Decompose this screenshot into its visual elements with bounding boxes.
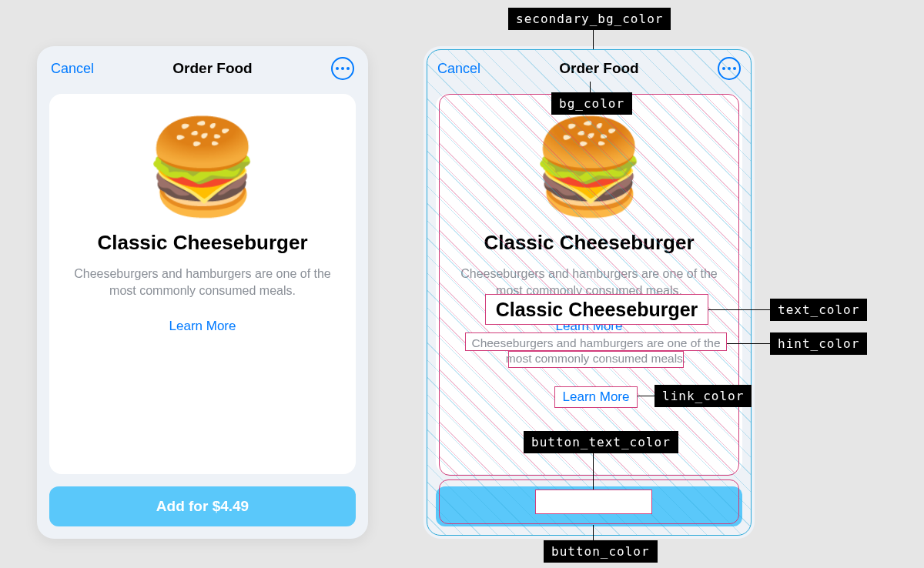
leader-btn-text xyxy=(593,453,594,489)
burger-icon: 🍔 xyxy=(145,120,260,212)
ellipsis-icon xyxy=(722,67,736,70)
label-link-color: link_color xyxy=(654,385,752,407)
more-options-button[interactable] xyxy=(718,57,741,80)
titlebar: Cancel Order Food xyxy=(37,46,368,91)
bottom-bar: Add for $4.49 xyxy=(37,474,368,539)
leader-hint xyxy=(727,343,770,344)
learn-more-link[interactable]: Learn More xyxy=(169,319,236,334)
label-text-color: text_color xyxy=(770,299,867,321)
burger-icon: 🍔 xyxy=(531,120,647,212)
cancel-button[interactable]: Cancel xyxy=(437,61,480,77)
label-hint-color: hint_color xyxy=(770,332,867,355)
leader-btn xyxy=(593,525,594,540)
product-name: Classic Cheeseburger xyxy=(97,231,307,255)
product-description: Cheeseburgers and hamburgers are one of … xyxy=(66,266,339,299)
learn-more-link[interactable]: Learn More xyxy=(556,319,623,334)
more-options-button[interactable] xyxy=(331,57,354,80)
leader-secondary-bg xyxy=(593,29,594,49)
titlebar: Cancel Order Food xyxy=(424,46,755,91)
mock-clean: Cancel Order Food 🍔 Classic Cheeseburger… xyxy=(37,46,368,539)
product-card: 🍔 Classic Cheeseburger Cheeseburgers and… xyxy=(436,94,742,474)
label-secondary-bg-color: secondary_bg_color xyxy=(508,8,671,30)
bottom-bar: Add for $4.49 xyxy=(424,474,755,539)
page-title: Order Food xyxy=(172,60,252,77)
product-description: Cheeseburgers and hamburgers are one of … xyxy=(453,266,725,299)
leader-link xyxy=(638,396,654,396)
ellipsis-icon xyxy=(336,67,350,70)
add-to-cart-button[interactable]: Add for $4.49 xyxy=(436,486,742,526)
leader-text xyxy=(708,309,770,310)
label-button-text-color: button_text_color xyxy=(524,431,678,453)
label-bg-color: bg_color xyxy=(551,92,632,115)
label-button-color: button_color xyxy=(544,540,658,563)
diagram-stage: Cancel Order Food 🍔 Classic Cheeseburger… xyxy=(0,0,924,568)
mock-annotated: Cancel Order Food 🍔 Classic Cheeseburger… xyxy=(424,46,755,539)
leader-bg-top xyxy=(590,82,591,92)
page-title: Order Food xyxy=(559,60,638,77)
cancel-button[interactable]: Cancel xyxy=(51,61,94,77)
product-name: Classic Cheeseburger xyxy=(484,231,694,255)
add-to-cart-button[interactable]: Add for $4.49 xyxy=(49,486,356,526)
product-card: 🍔 Classic Cheeseburger Cheeseburgers and… xyxy=(49,94,356,474)
